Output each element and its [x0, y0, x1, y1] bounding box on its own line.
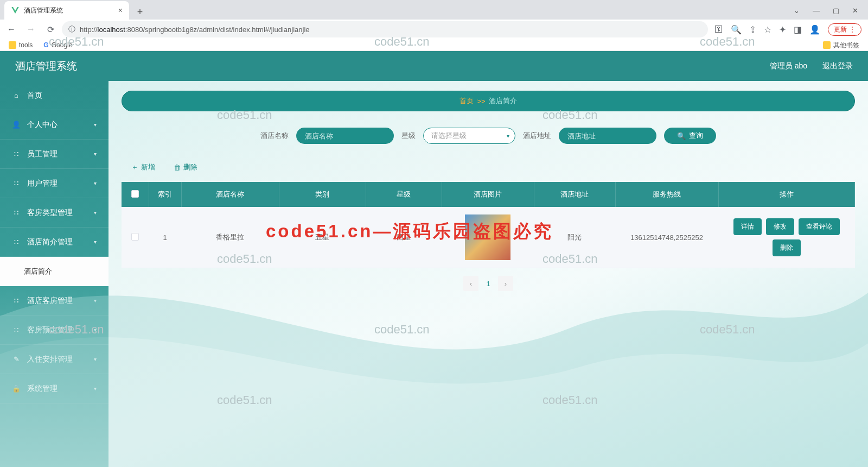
- breadcrumb-current: 酒店简介: [489, 96, 517, 106]
- filter-addr-label: 酒店地址: [523, 131, 551, 141]
- sidebar-icon: 🔒: [12, 384, 21, 393]
- sidebar-icon: ∷: [12, 209, 21, 217]
- add-button[interactable]: ＋新增: [131, 162, 155, 172]
- sidebar-item-label: 酒店客房管理: [27, 296, 73, 306]
- chevron-down-icon: ▾: [94, 298, 97, 304]
- new-tab-button[interactable]: +: [132, 4, 148, 20]
- side-panel-icon[interactable]: ◨: [794, 24, 802, 35]
- pagination: ‹ 1 ›: [122, 276, 855, 291]
- row-delete-button[interactable]: 删除: [773, 239, 801, 256]
- google-icon: G: [43, 41, 48, 49]
- logout-link[interactable]: 退出登录: [822, 61, 853, 71]
- sidebar-icon: ∷: [12, 296, 21, 305]
- tab-title: 酒店管理系统: [24, 6, 63, 15]
- key-icon[interactable]: ⚿: [714, 24, 723, 34]
- chevron-down-icon[interactable]: ⌄: [794, 7, 800, 15]
- share-icon[interactable]: ⇪: [749, 24, 756, 35]
- close-window-icon[interactable]: ✕: [852, 7, 858, 15]
- table-header-row: 索引 酒店名称 类别 星级 酒店图片 酒店地址 服务热线 操作: [122, 182, 855, 207]
- col-name: 酒店名称: [181, 182, 279, 207]
- bookmark-google[interactable]: GGoogle: [43, 41, 72, 49]
- col-ops: 操作: [718, 182, 855, 207]
- sidebar-item-个人中心[interactable]: 👤个人中心▾: [0, 110, 108, 140]
- search-button[interactable]: 🔍 查询: [664, 128, 716, 144]
- app-root: 酒店管理系统 管理员 abo 退出登录 ⌂首页👤个人中心▾∷员工管理▾∷用户管理…: [0, 51, 868, 467]
- sidebar-item-label: 酒店简介管理: [27, 237, 73, 247]
- sidebar-item-酒店简介管理[interactable]: ∷酒店简介管理▾: [0, 228, 108, 257]
- bookmarks-bar: tools GGoogle 其他书签: [0, 39, 868, 51]
- sidebar-icon: ✎: [12, 355, 21, 363]
- next-page-icon[interactable]: ›: [498, 276, 513, 291]
- profile-icon[interactable]: 👤: [809, 24, 820, 35]
- update-button[interactable]: 更新⋮: [828, 23, 861, 36]
- reload-icon[interactable]: ⟳: [46, 24, 55, 34]
- sidebar-item-酒店客房管理[interactable]: ∷酒店客房管理▾: [0, 286, 108, 315]
- app-header: 酒店管理系统 管理员 abo 退出登录: [0, 51, 868, 81]
- admin-label[interactable]: 管理员 abo: [770, 61, 807, 71]
- window-controls: ⌄ — ▢ ✕: [784, 1, 868, 20]
- sidebar-item-客房预定管理[interactable]: ∷客房预定管理▾: [0, 315, 108, 345]
- cell-category: 五星: [279, 207, 366, 268]
- prev-page-icon[interactable]: ‹: [463, 276, 478, 291]
- extensions-icon[interactable]: ✦: [779, 24, 786, 35]
- sidebar-item-客房类型管理[interactable]: ∷客房类型管理▾: [0, 198, 108, 228]
- edit-button[interactable]: 修改: [766, 218, 794, 235]
- back-icon[interactable]: ←: [7, 24, 16, 34]
- tab-close-icon[interactable]: ×: [118, 6, 123, 15]
- breadcrumb-home[interactable]: 首页: [459, 96, 474, 106]
- chevron-down-icon: ▾: [94, 239, 97, 245]
- hotel-name-input[interactable]: [296, 128, 394, 144]
- sidebar-item-酒店简介[interactable]: 酒店简介: [0, 257, 108, 286]
- chevron-down-icon: ▾: [94, 327, 97, 333]
- sidebar-item-label: 客房预定管理: [27, 325, 73, 335]
- page-current[interactable]: 1: [481, 276, 496, 291]
- filter-name-label: 酒店名称: [260, 131, 289, 141]
- sidebar-item-label: 入住安排管理: [27, 355, 73, 364]
- search-icon: 🔍: [677, 132, 686, 140]
- sidebar-item-label: 客房类型管理: [27, 208, 73, 218]
- sidebar-icon: 👤: [12, 121, 21, 129]
- chevron-down-icon: ▾: [94, 356, 97, 362]
- sidebar-item-label: 员工管理: [27, 149, 58, 159]
- sidebar-icon: ⌂: [12, 91, 21, 99]
- select-all-checkbox[interactable]: [131, 190, 139, 198]
- sidebar-item-label: 酒店简介: [24, 267, 52, 276]
- chevron-down-icon: ▾: [507, 133, 509, 139]
- sidebar-item-系统管理[interactable]: 🔒系统管理▾: [0, 374, 108, 403]
- cell-name: 香格里拉: [181, 207, 279, 268]
- search-toolbar-icon[interactable]: 🔍: [731, 24, 742, 35]
- col-category: 类别: [279, 182, 366, 207]
- sidebar-item-入住安排管理[interactable]: ✎入住安排管理▾: [0, 345, 108, 374]
- detail-button[interactable]: 详情: [733, 218, 762, 235]
- sidebar-item-label: 个人中心: [27, 120, 58, 130]
- bookmark-other[interactable]: 其他书签: [823, 41, 859, 50]
- data-table: 索引 酒店名称 类别 星级 酒店图片 酒店地址 服务热线 操作 1 香格里拉: [122, 182, 855, 268]
- address-bar[interactable]: ⓘ http://localhost:8080/springbootb1g8z/…: [62, 21, 708, 37]
- star-select[interactable]: 请选择星级 ▾: [423, 128, 515, 144]
- minimize-icon[interactable]: —: [813, 7, 820, 15]
- address-row: ← → ⟳ ⓘ http://localhost:8080/springboot…: [0, 20, 868, 39]
- sidebar-item-首页[interactable]: ⌂首页: [0, 81, 108, 110]
- hotel-image-thumb[interactable]: [465, 214, 510, 260]
- maximize-icon[interactable]: ▢: [833, 7, 839, 15]
- app-title: 酒店管理系统: [15, 59, 77, 73]
- hotel-addr-input[interactable]: [559, 128, 656, 144]
- row-checkbox[interactable]: [131, 233, 139, 241]
- folder-icon: [823, 41, 831, 49]
- forward-icon[interactable]: →: [26, 24, 36, 34]
- bookmark-star-icon[interactable]: ☆: [764, 24, 771, 35]
- delete-button[interactable]: 🗑删除: [174, 162, 197, 172]
- browser-tab[interactable]: 酒店管理系统 ×: [4, 1, 129, 20]
- bookmark-tools[interactable]: tools: [9, 41, 33, 49]
- sidebar-item-用户管理[interactable]: ∷用户管理▾: [0, 169, 108, 198]
- filter-star-label: 星级: [401, 131, 416, 141]
- filter-row: 酒店名称 星级 请选择星级 ▾ 酒店地址 🔍 查询: [122, 128, 855, 144]
- main-content: 首页 >> 酒店简介 酒店名称 星级 请选择星级 ▾ 酒店地址 🔍 查询: [108, 81, 868, 467]
- cell-hotline: 13612514748,2525252: [615, 207, 718, 268]
- chevron-down-icon: ▾: [94, 386, 97, 392]
- tab-strip: 酒店管理系统 × + ⌄ — ▢ ✕: [0, 0, 868, 20]
- sidebar-item-员工管理[interactable]: ∷员工管理▾: [0, 140, 108, 169]
- cell-addr: 阳光: [534, 207, 615, 268]
- comments-button[interactable]: 查看评论: [799, 218, 840, 235]
- site-info-icon[interactable]: ⓘ: [68, 24, 75, 34]
